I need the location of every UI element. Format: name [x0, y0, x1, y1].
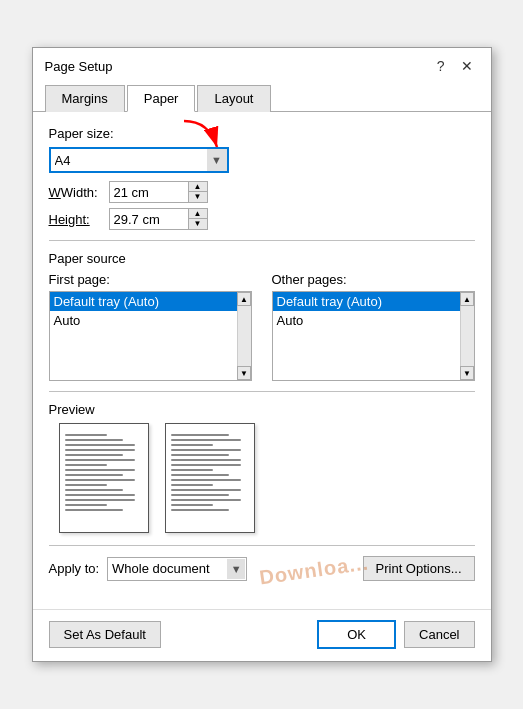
page-line [171, 459, 241, 461]
page-line [171, 439, 241, 441]
title-bar-controls: ? ✕ [431, 56, 479, 76]
width-row: WWidth: ▲ ▼ [49, 181, 475, 203]
ok-button[interactable]: OK [317, 620, 396, 649]
paper-size-label: Paper size: [49, 126, 475, 141]
tab-paper[interactable]: Paper [127, 85, 196, 112]
page-line [171, 474, 230, 476]
paper-size-select-wrapper: A4 Letter Legal A3 A5 ▼ [49, 147, 229, 173]
scroll-down-button[interactable]: ▼ [460, 366, 474, 380]
page-line [65, 464, 108, 466]
tab-layout[interactable]: Layout [197, 85, 270, 112]
page-line [65, 474, 124, 476]
scroll-up-button[interactable]: ▲ [237, 292, 251, 306]
help-button[interactable]: ? [431, 56, 451, 76]
apply-to-row: Apply to: Whole document This section Th… [49, 556, 475, 581]
other-pages-col: Other pages: Default tray (Auto) Auto ▲ … [272, 272, 475, 381]
height-row: Height: ▲ ▼ [49, 208, 475, 230]
apply-to-select[interactable]: Whole document This section This point f… [107, 557, 247, 581]
width-increment-button[interactable]: ▲ [189, 182, 207, 192]
page-line [171, 484, 214, 486]
list-item[interactable]: Default tray (Auto) [273, 292, 474, 311]
preview-page-2 [165, 423, 255, 533]
page-line [65, 499, 135, 501]
page-line [65, 494, 135, 496]
height-increment-button[interactable]: ▲ [189, 209, 207, 219]
page-line [171, 434, 230, 436]
first-page-scrollbar: ▲ ▼ [237, 292, 251, 380]
first-page-col: First page: Default tray (Auto) Auto ▲ ▼ [49, 272, 252, 381]
list-item[interactable]: Default tray (Auto) [50, 292, 251, 311]
paper-size-row: A4 Letter Legal A3 A5 ▼ [49, 147, 475, 173]
page-line [171, 504, 214, 506]
paper-size-select[interactable]: A4 Letter Legal A3 A5 [49, 147, 229, 173]
tab-margins[interactable]: Margins [45, 85, 125, 112]
page-line [65, 469, 135, 471]
height-input[interactable] [109, 208, 189, 230]
page-line [171, 494, 230, 496]
first-page-listbox[interactable]: Default tray (Auto) Auto ▲ ▼ [49, 291, 252, 381]
width-input[interactable] [109, 181, 189, 203]
source-columns: First page: Default tray (Auto) Auto ▲ ▼… [49, 272, 475, 381]
print-options-button[interactable]: Print Options... [363, 556, 475, 581]
set-default-button[interactable]: Set As Default [49, 621, 161, 648]
divider-3 [49, 545, 475, 546]
preview-section: Preview [49, 402, 475, 533]
height-spinner: ▲ ▼ [109, 208, 208, 230]
first-page-label: First page: [49, 272, 252, 287]
page-1-lines [65, 434, 143, 511]
paper-source-section: Paper source First page: Default tray (A… [49, 251, 475, 381]
page-setup-dialog: Page Setup ? ✕ Margins Paper Layout Pape… [32, 47, 492, 662]
page-line [171, 449, 241, 451]
divider-1 [49, 240, 475, 241]
page-line [65, 454, 124, 456]
page-line [65, 504, 108, 506]
width-spinner-buttons: ▲ ▼ [188, 181, 208, 203]
page-line [171, 489, 241, 491]
page-line [65, 484, 108, 486]
height-spinner-buttons: ▲ ▼ [188, 208, 208, 230]
scroll-up-button[interactable]: ▲ [460, 292, 474, 306]
list-item[interactable]: Auto [273, 311, 474, 330]
paper-source-label: Paper source [49, 251, 475, 266]
apply-select-wrapper: Whole document This section This point f… [107, 557, 247, 581]
divider-2 [49, 391, 475, 392]
page-line [171, 479, 241, 481]
watermark: Downloa... [258, 551, 370, 589]
page-line [171, 499, 241, 501]
page-line [65, 449, 135, 451]
width-label: WWidth: [49, 185, 101, 200]
page-line [65, 444, 135, 446]
width-spinner: ▲ ▼ [109, 181, 208, 203]
apply-to-label: Apply to: [49, 561, 100, 576]
title-bar: Page Setup ? ✕ [33, 48, 491, 76]
page-line [65, 459, 135, 461]
page-line [171, 444, 214, 446]
width-decrement-button[interactable]: ▼ [189, 192, 207, 202]
page-line [65, 434, 108, 436]
preview-page-1 [59, 423, 149, 533]
bottom-bar: Set As Default OK Cancel [33, 609, 491, 661]
page-2-lines [171, 434, 249, 511]
preview-pages [49, 423, 475, 533]
dialog-content: Paper size: A4 Letter [33, 112, 491, 609]
scroll-down-button[interactable]: ▼ [237, 366, 251, 380]
page-line [171, 464, 241, 466]
close-button[interactable]: ✕ [455, 56, 479, 76]
page-line [65, 509, 124, 511]
cancel-button[interactable]: Cancel [404, 621, 474, 648]
page-line [65, 479, 135, 481]
height-decrement-button[interactable]: ▼ [189, 219, 207, 229]
other-pages-scrollbar: ▲ ▼ [460, 292, 474, 380]
page-line [65, 439, 124, 441]
other-pages-label: Other pages: [272, 272, 475, 287]
list-item[interactable]: Auto [50, 311, 251, 330]
height-label: Height: [49, 212, 101, 227]
preview-label: Preview [49, 402, 475, 417]
page-line [171, 509, 230, 511]
page-line [171, 469, 214, 471]
scroll-track [461, 306, 474, 366]
dialog-title: Page Setup [45, 59, 113, 74]
scroll-track [238, 306, 251, 366]
other-pages-listbox[interactable]: Default tray (Auto) Auto ▲ ▼ [272, 291, 475, 381]
tab-bar: Margins Paper Layout [33, 76, 491, 112]
